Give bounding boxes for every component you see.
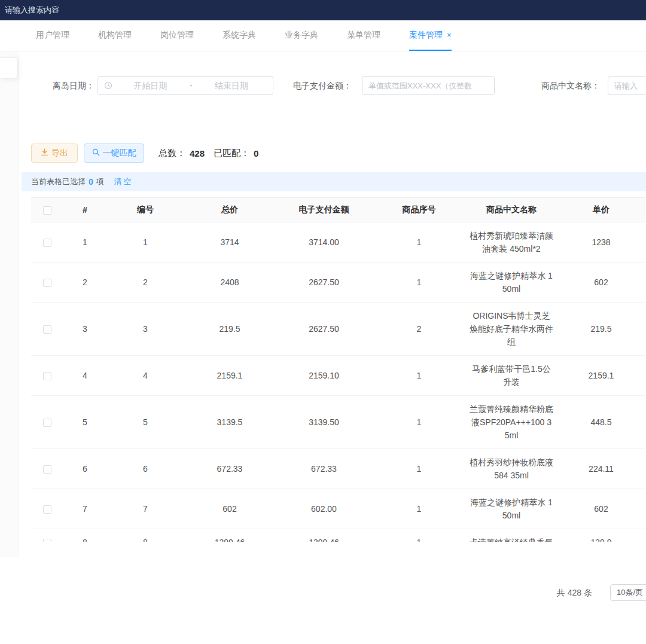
top-navbar: 请输入搜索内容 [0,0,646,20]
cell-unit-price: 602 [557,489,645,529]
cell-index: 8 [63,529,106,542]
global-search-input[interactable]: 请输入搜索内容 [5,5,59,16]
end-date-input[interactable] [196,81,267,90]
cell-product-name-wrap: 兰蔻菁纯臻颜精华粉底液SPF20PA+++100 35ml [465,396,557,449]
select-all-checkbox[interactable] [43,206,51,215]
cell-epay-amount: 1399.46 [275,529,373,542]
row-select-cell [31,529,63,542]
clear-selection-link[interactable]: 清空 [114,176,133,187]
column-header: # [63,198,106,222]
cell-index: 1 [63,222,106,263]
table-row: 6 6 672.33 672.33 1 植村秀羽纱持妆粉底液 584 35ml … [31,449,645,489]
product-filter-label: 商品中文名称： [541,76,600,95]
row-checkbox[interactable] [43,372,51,380]
cell-unit-price: 219.5 [557,303,645,356]
tab-label: 机构管理 [98,30,132,41]
product-name-input[interactable] [608,76,646,95]
left-panel-strip [0,51,19,557]
tab[interactable]: 案件管理 × [409,20,452,51]
cell-serial: 1 [373,356,465,396]
tab-label: 业务字典 [285,30,318,41]
cell-product-name-wrap: ORIGINS韦博士灵芝焕能好底子精华水两件组 [465,303,557,356]
row-checkbox[interactable] [43,279,51,287]
panel-toggle[interactable] [0,57,17,78]
cell-total-price: 219.5 [184,303,275,356]
cell-unit-price: 1238 [557,222,645,263]
cell-code: 1 [106,222,184,263]
cell-product-name-wrap: 马爹利蓝带干邑1.5公升装 [465,356,557,396]
tab[interactable]: 系统字典 [223,20,256,51]
cell-product-name: 海蓝之谜修护精萃水 150ml [470,269,554,295]
table-row: 7 7 602 602.00 1 海蓝之谜修护精萃水 150ml 602 [31,489,645,529]
tab-close-icon[interactable]: × [447,31,452,39]
data-table: #编号总价电子支付金额商品序号商品中文名称单价 1 1 3714 3714.00… [31,197,645,542]
tab-bar: 用户管理 机构管理 岗位管理 系统字典 业务字典 菜单管理 案件管理 × [0,20,646,51]
row-checkbox[interactable] [43,465,51,474]
cell-total-price: 1399.46 [184,529,275,542]
row-checkbox[interactable] [43,325,51,334]
cell-code: 8 [106,529,184,542]
filter-row: 离岛日期： - 电子支付金额： 商品中文名称： [0,76,646,95]
row-select-cell [31,263,63,303]
cell-epay-amount: 602.00 [275,489,373,529]
column-header: 单价 [557,198,645,222]
tab[interactable]: 用户管理 [36,20,69,51]
payment-amount-input[interactable] [362,76,495,95]
export-button[interactable]: 导出 [31,144,78,163]
tab[interactable]: 机构管理 [98,20,132,51]
cell-serial: 1 [373,396,465,449]
cell-code: 2 [106,263,184,303]
cell-code: 5 [106,396,184,449]
cell-index: 2 [63,263,106,303]
row-select-cell [31,222,63,263]
start-date-input[interactable] [115,81,186,90]
cell-total-price: 3139.5 [184,396,275,449]
table-header-row: #编号总价电子支付金额商品序号商品中文名称单价 [31,198,645,222]
tab[interactable]: 业务字典 [285,20,318,51]
tab[interactable]: 岗位管理 [160,20,194,51]
cell-unit-price: 139.9 [557,529,645,542]
date-range-picker[interactable]: - [97,76,273,95]
column-header: 商品序号 [373,198,465,222]
page-size-select[interactable]: 10条/页 [610,584,646,601]
download-icon [41,148,48,158]
row-checkbox[interactable] [43,239,51,247]
one-click-match-button[interactable]: 一键匹配 [84,144,144,163]
row-checkbox[interactable] [43,419,51,427]
cell-epay-amount: 2627.50 [275,263,373,303]
export-button-label: 导出 [51,148,68,158]
tab-label: 案件管理 [409,30,443,41]
cell-epay-amount: 3714.00 [275,222,373,263]
cell-total-price: 602 [184,489,275,529]
tab[interactable]: 菜单管理 [347,20,380,51]
row-checkbox[interactable] [43,539,51,542]
cell-index: 6 [63,449,106,489]
cell-product-name: 马爹利蓝带干邑1.5公升装 [470,362,554,389]
cell-code: 3 [106,303,184,356]
cell-epay-amount: 672.33 [275,449,373,489]
cell-total-price: 3714 [184,222,275,263]
table-row: 5 5 3139.5 3139.50 1 兰蔻菁纯臻颜精华粉底液SPF20PA+… [31,396,645,449]
table-row: 4 4 2159.1 2159.10 1 马爹利蓝带干邑1.5公升装 2159.… [31,356,645,396]
cell-product-name: 植村秀羽纱持妆粉底液 584 35ml [470,456,554,482]
row-checkbox[interactable] [43,505,51,514]
cell-unit-price: 224.11 [557,449,645,489]
cell-product-name: 卡诗菁纯亮泽经典香氛 [470,536,554,542]
tab-label: 系统字典 [223,30,256,41]
row-select-cell [31,449,63,489]
tab-label: 菜单管理 [347,30,380,41]
cell-product-name: 植村秀新琥珀臻萃洁颜油套装 450ml*2 [470,229,554,255]
select-all-cell [31,198,63,222]
column-header: 总价 [184,198,275,222]
cell-total-price: 672.33 [184,449,275,489]
cell-serial: 1 [373,222,465,263]
cell-index: 4 [63,356,106,396]
matched-value: 0 [254,148,258,158]
pagination: 共 428 条 10条/页 [0,584,646,603]
row-select-cell [31,396,63,449]
cell-product-name: 海蓝之谜修护精萃水 150ml [470,496,554,522]
cell-product-name-wrap: 植村秀羽纱持妆粉底液 584 35ml [465,449,557,489]
cell-index: 7 [63,489,106,529]
page-size-value: 10条/页 [617,587,643,598]
search-icon [92,148,100,158]
